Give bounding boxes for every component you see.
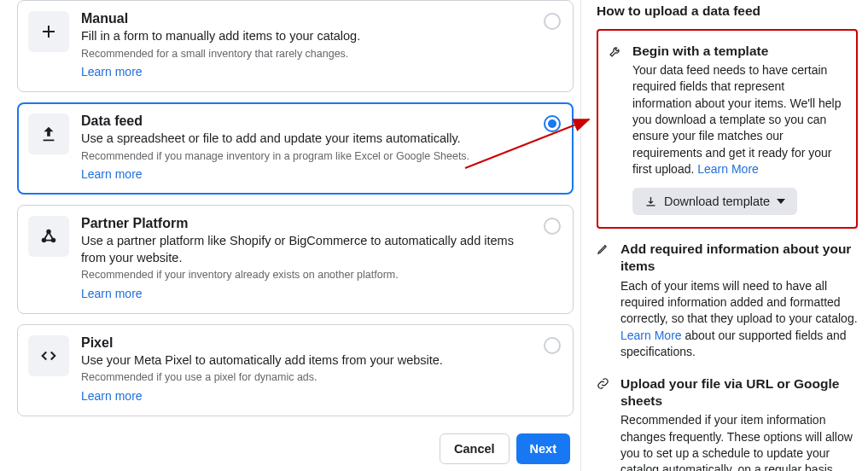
step-title: Begin with a template — [632, 43, 846, 60]
cancel-button[interactable]: Cancel — [440, 433, 510, 464]
step-title: Upload your file via URL or Google sheet… — [620, 375, 858, 410]
option-pixel[interactable]: Pixel Use your Meta Pixel to automatical… — [17, 324, 574, 416]
option-partner-platform[interactable]: Partner Platform Use a partner platform … — [17, 205, 574, 314]
chevron-down-icon — [777, 199, 785, 204]
radio-data-feed[interactable] — [544, 115, 561, 132]
code-icon — [28, 335, 69, 376]
radio-manual[interactable] — [544, 13, 561, 30]
footer-buttons: Cancel Next — [17, 427, 574, 471]
upload-method-panel: Manual Fill in a form to manually add it… — [0, 0, 580, 471]
step-desc: Recommended if your item information cha… — [620, 412, 858, 471]
option-title: Partner Platform — [81, 216, 532, 231]
next-button[interactable]: Next — [516, 433, 570, 464]
option-data-feed[interactable]: Data feed Use a spreadsheet or file to a… — [17, 102, 574, 195]
option-desc: Use your Meta Pixel to automatically add… — [81, 352, 532, 369]
upload-icon — [28, 113, 69, 154]
option-title: Pixel — [81, 335, 532, 351]
radio-pixel[interactable] — [544, 337, 561, 354]
learn-more-link[interactable]: Learn more — [81, 388, 143, 405]
wrench-icon — [609, 43, 624, 215]
learn-more-link[interactable]: Learn more — [81, 166, 143, 183]
option-rec: Recommended if you use a pixel for dynam… — [81, 370, 532, 385]
step-upload: Upload your file via URL or Google sheet… — [597, 375, 858, 471]
learn-more-link[interactable]: Learn more — [81, 286, 143, 303]
radio-partner[interactable] — [544, 218, 561, 235]
step-title: Add required information about your item… — [620, 241, 858, 275]
download-template-button[interactable]: Download template — [632, 188, 797, 215]
nodes-icon — [28, 216, 69, 257]
step-required-info: Add required information about your item… — [597, 241, 858, 360]
learn-more-link[interactable]: Learn More — [697, 162, 759, 176]
option-title: Manual — [81, 11, 532, 26]
step-desc: Your data feed needs to have certain req… — [632, 62, 846, 177]
option-title: Data feed — [81, 113, 532, 129]
learn-more-link[interactable]: Learn More — [620, 329, 682, 342]
option-desc: Use a spreadsheet or file to add and upd… — [81, 131, 532, 148]
learn-more-link[interactable]: Learn more — [81, 64, 143, 81]
step-desc: Each of your items will need to have all… — [620, 278, 858, 361]
help-title: How to upload a data feed — [597, 3, 858, 19]
pencil-icon — [597, 241, 612, 360]
plus-icon — [28, 11, 69, 52]
option-rec: Recommended if your inventory already ex… — [81, 268, 532, 282]
link-icon — [597, 375, 612, 471]
annotation-highlight: Begin with a template Your data feed nee… — [597, 29, 858, 229]
download-icon — [644, 195, 657, 208]
option-rec: Recommended for a small inventory that r… — [81, 47, 532, 61]
option-manual[interactable]: Manual Fill in a form to manually add it… — [17, 0, 574, 92]
option-rec: Recommended if you manage inventory in a… — [81, 149, 532, 164]
option-desc: Use a partner platform like Shopify or B… — [81, 233, 532, 266]
option-desc: Fill in a form to manually add items to … — [81, 28, 532, 45]
help-panel: How to upload a data feed Begin with a t… — [580, 0, 866, 471]
